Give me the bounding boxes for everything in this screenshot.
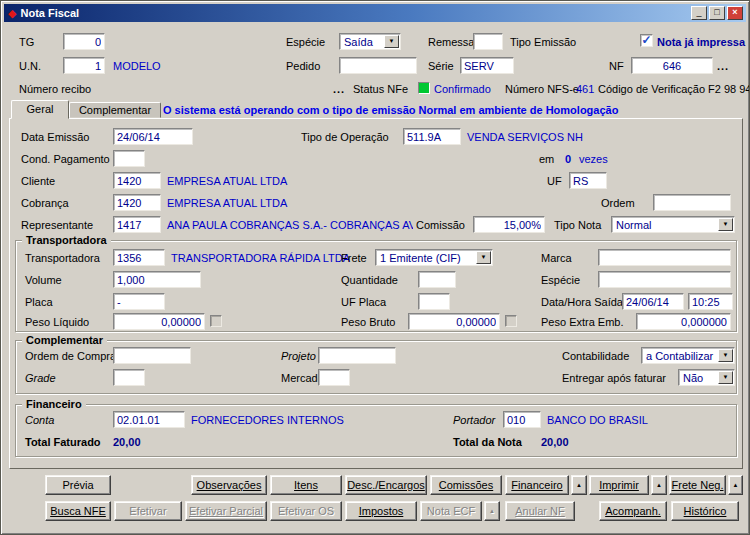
- pedido-input[interactable]: [339, 57, 417, 74]
- financeiro-button[interactable]: Financeiro: [505, 475, 569, 495]
- grade-input[interactable]: [113, 369, 145, 386]
- mercado-input[interactable]: [318, 369, 350, 386]
- data-saida-input[interactable]: [622, 293, 684, 310]
- comissao-input[interactable]: [473, 216, 545, 233]
- acompanh-button[interactable]: Acompanh.: [599, 501, 667, 521]
- tipo-nota-dropdown-button[interactable]: ▼: [718, 218, 733, 231]
- frete-select[interactable]: 1 Emitente (CIF) ▼: [375, 249, 493, 266]
- imprimir-expand-button[interactable]: ▲: [651, 475, 667, 495]
- nf-input[interactable]: [631, 57, 713, 74]
- entregar-dropdown-button[interactable]: ▼: [718, 371, 733, 384]
- previa-button[interactable]: Prévia: [45, 475, 111, 495]
- nota-impressa-label: Nota já impressa: [657, 36, 745, 48]
- marca-label: Marca: [541, 252, 572, 264]
- cliente-code-input[interactable]: [113, 172, 161, 189]
- button-label: Efetivar Parcial: [189, 505, 263, 517]
- imprimir-button[interactable]: Imprimir: [589, 475, 649, 495]
- desc-encargos-button[interactable]: Desc./Encargos: [345, 475, 427, 495]
- un-input[interactable]: [63, 57, 105, 74]
- cliente-label: Cliente: [21, 175, 55, 187]
- button-label: Impostos: [359, 505, 404, 517]
- numero-nfse-label: Número NFS-e: [505, 83, 579, 95]
- cobranca-code-input[interactable]: [113, 194, 161, 211]
- especie-dropdown-button[interactable]: ▼: [384, 35, 399, 48]
- nf-ellipsis-button[interactable]: ...: [717, 60, 729, 72]
- observacoes-button[interactable]: Observações: [191, 475, 267, 495]
- especie-select[interactable]: Saída ▼: [339, 33, 401, 50]
- portador-description: BANCO DO BRASIL: [547, 414, 648, 426]
- tg-input[interactable]: [63, 33, 105, 50]
- chevron-down-icon: ▼: [385, 36, 398, 47]
- uf-placa-input[interactable]: [418, 293, 450, 310]
- representante-label: Representante: [21, 219, 93, 231]
- contabilidade-dropdown-button[interactable]: ▼: [718, 349, 733, 362]
- representante-code-input[interactable]: [113, 216, 161, 233]
- button-label: Histórico: [684, 505, 727, 517]
- frete-neg-button[interactable]: Frete Neg.: [669, 475, 726, 495]
- peso-liquido-checkbox: [210, 315, 222, 327]
- itens-button[interactable]: Itens: [270, 475, 342, 495]
- busca-nfe-button[interactable]: Busca NFE: [45, 501, 111, 521]
- impostos-button[interactable]: Impostos: [345, 501, 417, 521]
- placa-input[interactable]: [113, 293, 165, 310]
- especie-value: Saída: [344, 36, 373, 48]
- ordem-input[interactable]: [653, 194, 731, 211]
- frete-dropdown-button[interactable]: ▼: [476, 251, 491, 264]
- uf-input[interactable]: [569, 172, 607, 189]
- conta-description: FORNECEDORES INTERNOS: [191, 414, 344, 426]
- quantidade-input[interactable]: [418, 271, 456, 288]
- especie-transp-input[interactable]: [598, 271, 731, 288]
- button-label: Anular NF: [515, 505, 565, 517]
- tipo-operacao-description: VENDA SERVIÇOS NH: [467, 131, 583, 143]
- minimize-button[interactable]: _: [691, 6, 707, 20]
- frete-value: 1 Emitente (CIF): [380, 252, 461, 264]
- button-label: Efetivar: [129, 505, 166, 517]
- hora-saida-input[interactable]: [688, 293, 733, 310]
- quantidade-label: Quantidade: [341, 274, 398, 286]
- financeiro-group-title: Financeiro: [22, 397, 86, 411]
- tipo-operacao-input[interactable]: [403, 128, 461, 145]
- transportadora-code-input[interactable]: [113, 249, 165, 266]
- marca-input[interactable]: [598, 249, 731, 266]
- comissoes-button[interactable]: Comissões: [430, 475, 502, 495]
- nota-impressa-checkbox[interactable]: ✓: [640, 34, 653, 47]
- data-emissao-input[interactable]: [113, 128, 193, 145]
- conta-input[interactable]: [113, 411, 185, 428]
- cond-pagamento-input[interactable]: [113, 150, 145, 167]
- conta-label: Conta: [25, 414, 54, 426]
- maximize-button[interactable]: □: [709, 6, 725, 20]
- total-faturado-value: 20,00: [113, 436, 141, 448]
- financeiro-expand-button[interactable]: ▲: [571, 475, 587, 495]
- button-label: Comissões: [439, 479, 493, 491]
- numero-recibo-label: Número recibo: [19, 83, 91, 95]
- close-button[interactable]: ×: [727, 6, 743, 20]
- peso-extra-input[interactable]: [636, 313, 731, 330]
- serie-input[interactable]: [460, 57, 514, 74]
- peso-bruto-input[interactable]: [408, 313, 500, 330]
- entregar-select[interactable]: Não ▼: [678, 369, 735, 386]
- peso-liquido-input[interactable]: [113, 313, 205, 330]
- tab-complementar[interactable]: Complementar: [69, 102, 161, 118]
- window-title: Nota Fiscal: [20, 7, 689, 19]
- nota-fiscal-window: ◆ Nota Fiscal _ □ × TG Espécie Saída ▼ R…: [0, 0, 750, 535]
- volume-input[interactable]: [113, 271, 201, 288]
- recibo-ellipsis-button[interactable]: ...: [333, 83, 345, 95]
- nf-label: NF: [609, 60, 624, 72]
- tab-geral[interactable]: Geral: [11, 100, 69, 119]
- data-emissao-label: Data Emissão: [21, 131, 89, 143]
- portador-label: Portador: [453, 414, 495, 426]
- peso-extra-label: Peso Extra Emb.: [541, 316, 624, 328]
- remessa-input[interactable]: [473, 33, 503, 50]
- pedido-label: Pedido: [286, 60, 320, 72]
- frete-neg-expand-button[interactable]: ▲: [728, 475, 743, 495]
- tipo-nota-select[interactable]: Normal ▼: [611, 216, 735, 233]
- entregar-label: Entregar após faturar: [562, 372, 666, 384]
- ordem-compra-input[interactable]: [113, 347, 191, 364]
- projeto-input[interactable]: [318, 347, 396, 364]
- placa-label: Placa: [25, 296, 53, 308]
- historico-button[interactable]: Histórico: [671, 501, 739, 521]
- contabilidade-select[interactable]: a Contabilizar ▼: [641, 347, 735, 364]
- titlebar[interactable]: ◆ Nota Fiscal _ □ ×: [4, 4, 746, 22]
- uf-label: UF: [547, 175, 562, 187]
- portador-input[interactable]: [503, 411, 541, 428]
